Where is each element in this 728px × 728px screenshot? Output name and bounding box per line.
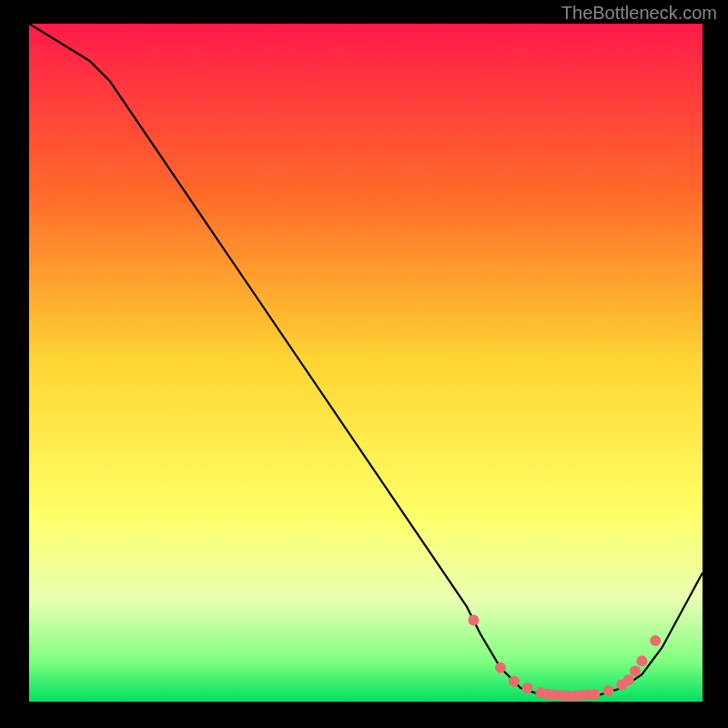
data-marker <box>623 674 634 685</box>
data-marker <box>495 662 506 673</box>
gradient-background <box>29 24 703 702</box>
chart-container: TheBottleneck.com <box>0 0 728 728</box>
data-marker <box>630 665 641 676</box>
data-marker <box>590 689 601 700</box>
attribution-text: TheBottleneck.com <box>561 3 717 24</box>
data-marker <box>509 676 520 687</box>
data-marker <box>636 655 647 666</box>
data-marker <box>522 682 533 693</box>
plot-area <box>29 24 703 702</box>
data-marker <box>650 635 661 646</box>
data-marker <box>468 615 479 626</box>
chart-svg <box>29 24 703 702</box>
data-marker <box>602 685 613 696</box>
